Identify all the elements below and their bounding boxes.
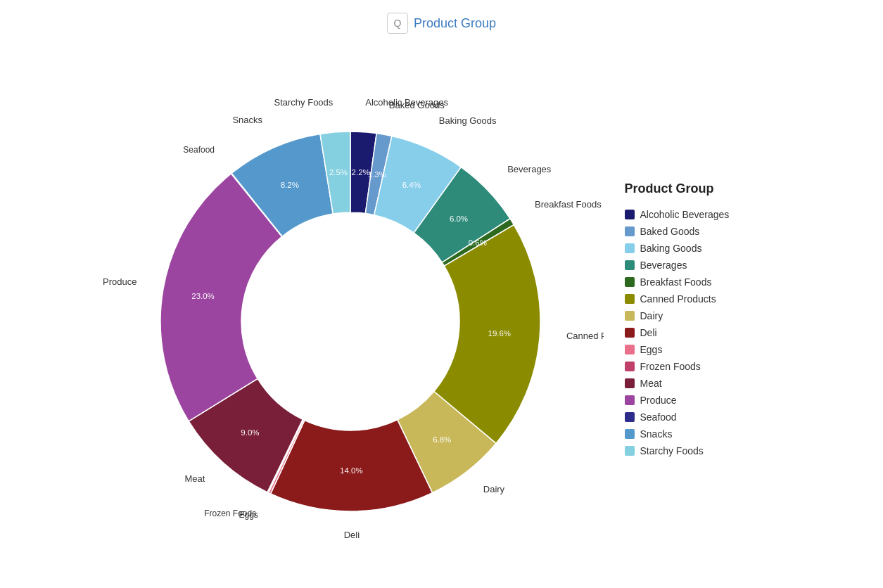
legend-color-swatch <box>625 226 635 236</box>
legend-item-label: Beverages <box>640 260 687 271</box>
legend-color-swatch <box>625 446 635 456</box>
legend-item-label: Baking Goods <box>640 243 702 254</box>
legend-item: Canned Products <box>625 293 787 305</box>
legend-item: Eggs <box>625 344 787 355</box>
legend-item-label: Seafood <box>640 411 677 423</box>
chart-header: Q Product Group <box>0 0 883 41</box>
segment-outer-label: Beverages <box>507 164 552 174</box>
legend-color-swatch <box>625 243 635 253</box>
segment-pct-label: 8.2% <box>280 181 298 189</box>
legend-item: Produce <box>625 395 787 406</box>
legend-item: Meat <box>625 378 787 389</box>
legend-item: Breakfast Foods <box>625 276 787 288</box>
segment-outer-label: Produce <box>102 276 136 287</box>
segment-pct-label: 1.3% <box>367 170 386 179</box>
legend-item: Snacks <box>625 428 787 440</box>
segment-outer-label: Snacks <box>232 115 262 125</box>
legend-color-swatch <box>625 362 635 371</box>
legend-item-label: Eggs <box>640 344 663 355</box>
segment-outer-label: Baked Goods <box>388 100 444 110</box>
segment-pct-label: 0.6% <box>468 238 486 247</box>
segment-pct-label: 2.5% <box>329 168 347 177</box>
legend-color-swatch <box>625 345 635 354</box>
legend-color-swatch <box>625 429 635 439</box>
segment-pct-label: 23.0% <box>191 292 215 300</box>
legend-item-label: Canned Products <box>640 293 716 305</box>
segment-pct-label: 14.0% <box>340 466 363 475</box>
legend-color-swatch <box>625 311 635 321</box>
legend-item: Deli <box>625 327 787 338</box>
donut-chart-svg: Alcoholic Beverages2.2%Baked Goods1.3%Ba… <box>97 61 604 568</box>
segment-outer-label-small: Frozen Foods <box>204 509 256 518</box>
segment-pct-label: 6.4% <box>402 181 420 189</box>
legend-item-label: Produce <box>640 395 677 406</box>
segment-outer-label: Starchy Foods <box>274 97 333 108</box>
legend-color-swatch <box>625 412 635 422</box>
segment-outer-label: Dairy <box>483 484 504 494</box>
legend-item-label: Alcoholic Beverages <box>640 209 730 220</box>
legend-title: Product Group <box>625 181 787 196</box>
legend-item-label: Meat <box>640 378 662 389</box>
legend-item: Seafood <box>625 411 787 423</box>
legend-item-label: Dairy <box>640 310 663 321</box>
page-container: Q Product Group Alcoholic Beverages2.2%B… <box>0 0 883 588</box>
segment-pct-label: 19.6% <box>488 329 511 338</box>
legend-items: Alcoholic Beverages Baked Goods Baking G… <box>625 209 787 456</box>
legend-color-swatch <box>625 260 635 270</box>
segment-pct-label: 9.0% <box>241 428 259 437</box>
legend-color-swatch <box>625 210 635 219</box>
legend-color-swatch <box>625 294 635 304</box>
segment-outer-label: Deli <box>343 530 360 540</box>
segment-outer-label: Baking Goods <box>438 115 496 126</box>
donut-chart-area: Alcoholic Beverages2.2%Baked Goods1.3%Ba… <box>97 61 604 568</box>
legend-item: Baked Goods <box>625 226 787 237</box>
legend-color-swatch <box>625 378 635 388</box>
legend-item-label: Breakfast Foods <box>640 276 712 288</box>
legend-area: Product Group Alcoholic Beverages Baked … <box>604 167 787 462</box>
main-content: Alcoholic Beverages2.2%Baked Goods1.3%Ba… <box>0 41 883 588</box>
header-icon: Q <box>387 13 408 34</box>
segment-pct-label: 6.8% <box>433 435 451 444</box>
legend-item-label: Deli <box>640 327 657 338</box>
legend-item: Alcoholic Beverages <box>625 209 787 220</box>
legend-item: Starchy Foods <box>625 445 787 456</box>
segment-outer-label: Canned Products <box>566 331 603 341</box>
legend-item-label: Frozen Foods <box>640 361 701 372</box>
segment-pct-label: 6.0% <box>449 215 467 223</box>
legend-item: Dairy <box>625 310 787 321</box>
legend-color-swatch <box>625 277 635 287</box>
segment-outer-label: Breakfast Foods <box>535 199 602 210</box>
legend-item: Baking Goods <box>625 243 787 254</box>
header-title: Product Group <box>414 16 496 31</box>
legend-item: Frozen Foods <box>625 361 787 372</box>
legend-item-label: Snacks <box>640 428 673 440</box>
legend-color-swatch <box>625 395 635 405</box>
segment-outer-label: Meat <box>184 473 205 484</box>
legend-color-swatch <box>625 328 635 338</box>
legend-item-label: Starchy Foods <box>640 445 704 456</box>
segment-outer-label-small: Seafood <box>183 145 215 155</box>
legend-item: Beverages <box>625 260 787 271</box>
legend-item-label: Baked Goods <box>640 226 700 237</box>
